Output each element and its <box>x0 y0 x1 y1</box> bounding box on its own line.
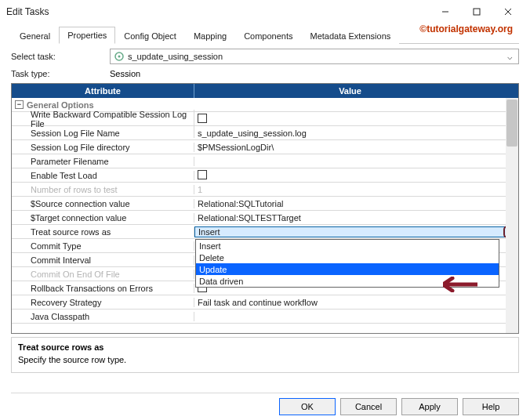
select-task-label: Select task: <box>11 52 110 61</box>
session-icon <box>114 51 125 62</box>
task-type-label: Task type: <box>11 69 110 78</box>
tab-config-object[interactable]: Config Object <box>115 27 185 44</box>
maximize-button[interactable] <box>461 1 492 23</box>
collapse-icon[interactable]: − <box>15 100 24 109</box>
table-row: Enable Test Load <box>12 168 518 183</box>
description-title: Treat source rows as <box>18 342 512 352</box>
help-button[interactable]: Help <box>463 398 519 415</box>
annotation-arrow-icon <box>443 277 477 292</box>
dropdown-option-selected[interactable]: Update <box>196 263 499 275</box>
properties-grid: Attribute Value −General Options Write B… <box>11 83 519 334</box>
text-cell[interactable]: Relational:SQLTESTTarget <box>194 213 518 223</box>
button-bar: OK Cancel Apply Help <box>11 393 519 415</box>
svg-rect-1 <box>474 9 480 15</box>
table-row: Session Log File directory$PMSessionLogD… <box>12 140 518 154</box>
minimize-button[interactable] <box>430 1 461 23</box>
table-row: $Target connection valueRelational:SQLTE… <box>12 211 518 225</box>
table-row: Recovery StrategyFail task and continue … <box>12 295 518 310</box>
table-row: Write Backward Compatible Session Log Fi… <box>12 112 518 126</box>
checkbox-icon <box>198 170 207 179</box>
text-cell[interactable]: $PMSessionLogDir\ <box>194 143 518 152</box>
select-task-combobox[interactable]: s_update_using_session ⌵ <box>110 49 519 64</box>
text-cell: 1 <box>194 185 518 194</box>
description-text: Specify the source row type. <box>18 355 512 364</box>
dropdown-option[interactable]: Insert <box>196 240 499 252</box>
checkbox-cell[interactable] <box>194 170 518 181</box>
grid-body: −General Options Write Backward Compatib… <box>12 98 518 333</box>
window-title: Edit Tasks <box>6 6 430 17</box>
checkbox-cell[interactable] <box>194 114 518 125</box>
titlebar: Edit Tasks <box>0 0 530 24</box>
task-type-row: Task type: Session <box>11 69 519 78</box>
tab-components[interactable]: Components <box>235 27 301 44</box>
dropdown-option[interactable]: Delete <box>196 252 499 263</box>
text-cell[interactable]: Fail task and continue workflow <box>194 298 518 307</box>
checkbox-icon <box>198 114 207 123</box>
vertical-scrollbar[interactable] <box>506 98 518 333</box>
table-row: Java Classpath <box>12 310 518 324</box>
tab-mapping[interactable]: Mapping <box>185 27 235 44</box>
tab-general[interactable]: General <box>11 27 59 44</box>
text-cell[interactable]: s_update_using_session.log <box>194 129 518 138</box>
column-header-attribute[interactable]: Attribute <box>12 84 194 98</box>
ok-button[interactable]: OK <box>279 398 336 415</box>
table-row: Number of rows to test1 <box>12 183 518 197</box>
svg-point-5 <box>118 56 121 58</box>
select-task-row: Select task: s_update_using_session ⌵ <box>11 49 519 64</box>
column-header-value[interactable]: Value <box>194 84 506 98</box>
select-task-value: s_update_using_session <box>128 52 504 61</box>
description-panel: Treat source rows as Specify the source … <box>11 337 519 373</box>
task-type-value: Session <box>110 69 519 78</box>
dropdown-cell[interactable]: Insert <box>194 226 518 237</box>
apply-button[interactable]: Apply <box>401 398 458 415</box>
table-row: $Source connection valueRelational:SQLTu… <box>12 197 518 211</box>
tab-metadata-extensions[interactable]: Metadata Extensions <box>302 27 400 44</box>
close-button[interactable] <box>492 1 524 23</box>
chevron-down-icon: ⌵ <box>504 52 515 62</box>
table-row: Session Log File Names_update_using_sess… <box>12 126 518 140</box>
branding-watermark: ©tutorialgateway.org <box>419 24 513 34</box>
tab-properties[interactable]: Properties <box>59 27 115 44</box>
text-cell[interactable]: Relational:SQLTutorial <box>194 199 518 208</box>
grid-header: Attribute Value <box>12 84 518 98</box>
table-row: Parameter Filename <box>12 154 518 168</box>
table-row-dropdown-active: Treat source rows as Insert <box>12 225 518 239</box>
cancel-button[interactable]: Cancel <box>340 398 397 415</box>
scrollbar-thumb[interactable] <box>506 100 517 147</box>
